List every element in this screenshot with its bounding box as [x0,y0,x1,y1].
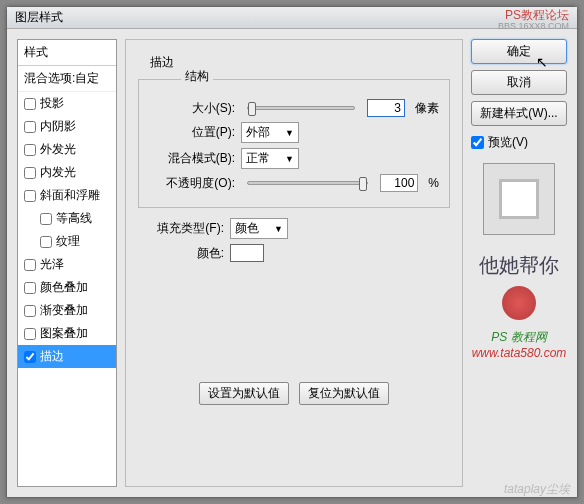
watermark-seal-icon [502,286,536,320]
style-item-label: 颜色叠加 [40,279,88,296]
cursor-icon: ↖ [536,54,548,70]
opacity-label: 不透明度(O): [149,175,235,192]
style-checkbox[interactable] [24,259,36,271]
size-unit: 像素 [415,100,439,117]
blendmode-select[interactable]: 正常 ▼ [241,148,299,169]
dialog-content: 样式 混合选项:自定 投影内阴影外发光内发光斜面和浮雕等高线纹理光泽颜色叠加渐变… [7,29,577,497]
watermark-calligraphy: 他她帮你 [471,255,567,276]
position-select[interactable]: 外部 ▼ [241,122,299,143]
color-row: 颜色: [138,244,450,262]
preview-label: 预览(V) [488,134,528,151]
style-item[interactable]: 颜色叠加 [18,276,116,299]
style-checkbox[interactable] [24,121,36,133]
preview-row: 预览(V) [471,132,567,153]
structure-group: 大小(S): 像素 位置(P): 外部 ▼ 混合模式(B): 正常 [138,79,450,208]
group-structure-label: 结构 [181,68,213,85]
style-item-label: 外发光 [40,141,76,158]
reset-default-button[interactable]: 复位为默认值 [299,382,389,405]
style-checkbox[interactable] [24,190,36,202]
style-checkbox[interactable] [40,236,52,248]
chevron-down-icon: ▼ [285,128,294,138]
panel-title: 描边 [146,54,178,71]
window-title: 图层样式 [15,9,63,26]
filltype-select[interactable]: 颜色 ▼ [230,218,288,239]
opacity-slider[interactable] [247,181,368,185]
style-item[interactable]: 纹理 [18,230,116,253]
style-item[interactable]: 图案叠加 [18,322,116,345]
preview-checkbox[interactable] [471,136,484,149]
position-label: 位置(P): [149,124,235,141]
style-item-label: 图案叠加 [40,325,88,342]
style-item-label: 纹理 [56,233,80,250]
style-checkbox[interactable] [24,282,36,294]
filltype-label: 填充类型(F): [138,220,224,237]
main-panel: 描边 结构 大小(S): 像素 位置(P): 外部 ▼ 混合模 [125,39,463,487]
filltype-row: 填充类型(F): 颜色 ▼ [138,218,450,239]
cancel-button[interactable]: 取消 [471,70,567,95]
style-checkbox[interactable] [24,144,36,156]
blend-options-row[interactable]: 混合选项:自定 [18,66,116,92]
size-label: 大小(S): [149,100,235,117]
style-item[interactable]: 外发光 [18,138,116,161]
style-checkbox[interactable] [24,351,36,363]
style-item[interactable]: 投影 [18,92,116,115]
style-item[interactable]: 描边 [18,345,116,368]
style-item-label: 光泽 [40,256,64,273]
style-list-header[interactable]: 样式 [18,40,116,66]
style-item-label: 等高线 [56,210,92,227]
opacity-row: 不透明度(O): % [149,174,439,192]
new-style-button[interactable]: 新建样式(W)... [471,101,567,126]
style-checkbox[interactable] [24,305,36,317]
default-buttons-row: 设置为默认值 复位为默认值 [138,382,450,405]
preview-box [483,163,555,235]
style-item[interactable]: 等高线 [18,207,116,230]
watermark-top: PS教程论坛 BBS.16XX8.COM [498,9,569,32]
position-row: 位置(P): 外部 ▼ [149,122,439,143]
style-item[interactable]: 光泽 [18,253,116,276]
set-default-button[interactable]: 设置为默认值 [199,382,289,405]
blendmode-row: 混合模式(B): 正常 ▼ [149,148,439,169]
style-item-label: 投影 [40,95,64,112]
layer-style-dialog: 图层样式 PS教程论坛 BBS.16XX8.COM 样式 混合选项:自定 投影内… [6,6,578,498]
style-item-label: 斜面和浮雕 [40,187,100,204]
size-row: 大小(S): 像素 [149,99,439,117]
style-item-label: 渐变叠加 [40,302,88,319]
style-checkbox[interactable] [24,328,36,340]
opacity-input[interactable] [380,174,418,192]
chevron-down-icon: ▼ [285,154,294,164]
blendmode-label: 混合模式(B): [149,150,235,167]
watermark-footer: PS 教程网 www.tata580.com [471,330,567,361]
style-checkbox[interactable] [24,167,36,179]
color-swatch[interactable] [230,244,264,262]
style-item-label: 内发光 [40,164,76,181]
preview-swatch [499,179,539,219]
style-item-label: 描边 [40,348,64,365]
ok-button[interactable]: 确定 ↖ [471,39,567,64]
style-item-label: 内阴影 [40,118,76,135]
chevron-down-icon: ▼ [274,224,283,234]
style-checkbox[interactable] [24,98,36,110]
style-item[interactable]: 内阴影 [18,115,116,138]
size-slider[interactable] [247,106,355,110]
size-input[interactable] [367,99,405,117]
titlebar[interactable]: 图层样式 PS教程论坛 BBS.16XX8.COM [7,7,577,29]
right-column: 确定 ↖ 取消 新建样式(W)... 预览(V) 他她帮你 PS 教程网 www… [471,39,567,487]
style-item[interactable]: 斜面和浮雕 [18,184,116,207]
style-list: 样式 混合选项:自定 投影内阴影外发光内发光斜面和浮雕等高线纹理光泽颜色叠加渐变… [17,39,117,487]
style-item[interactable]: 内发光 [18,161,116,184]
color-label: 颜色: [138,245,224,262]
style-item[interactable]: 渐变叠加 [18,299,116,322]
watermark-bottom: tataplay尘埃 [504,481,570,498]
opacity-unit: % [428,176,439,190]
style-checkbox[interactable] [40,213,52,225]
